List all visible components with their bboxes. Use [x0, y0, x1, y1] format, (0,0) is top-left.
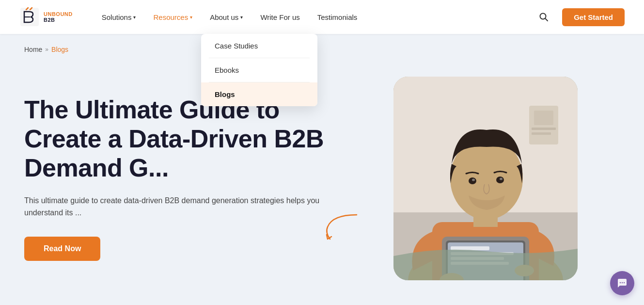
svg-rect-24 [532, 128, 556, 130]
logo-icon [19, 7, 40, 27]
search-button[interactable] [535, 8, 552, 26]
header: UNBOUND B2B Solutions ▾ Resources ▾ Abou… [0, 0, 644, 34]
breadcrumb: Home » Blogs [0, 34, 644, 61]
dropdown-item-blogs[interactable]: Blogs [201, 82, 317, 106]
main-nav: Solutions ▾ Resources ▾ About us ▾ Write… [102, 13, 535, 21]
breadcrumb-current: Blogs [51, 46, 68, 53]
header-actions: Get Started [535, 8, 625, 26]
chat-icon [616, 277, 628, 289]
dropdown-item-case-studies[interactable]: Case Studies [201, 34, 317, 58]
svg-point-12 [500, 177, 503, 180]
breadcrumb-separator: » [45, 46, 48, 53]
hero-text-block: The Ultimate Guide to Create a Data-Driv… [24, 96, 352, 261]
dropdown-item-ebooks[interactable]: Ebooks [201, 58, 317, 82]
svg-point-10 [496, 177, 504, 183]
get-started-button[interactable]: Get Started [562, 8, 625, 26]
resources-dropdown: Case Studies Ebooks Blogs [201, 34, 317, 106]
nav-resources[interactable]: Resources ▾ [153, 13, 192, 21]
hero-title: The Ultimate Guide to Create a Data-Driv… [24, 96, 332, 182]
nav-about[interactable]: About us ▾ [210, 13, 243, 21]
hero-image [393, 77, 578, 280]
read-now-button[interactable]: Read Now [24, 237, 100, 261]
hero-illustration [393, 77, 578, 280]
svg-point-27 [622, 282, 623, 283]
chevron-down-icon: ▾ [240, 15, 243, 20]
chevron-down-icon: ▾ [133, 15, 136, 20]
logo[interactable]: UNBOUND B2B [19, 7, 73, 27]
svg-point-26 [620, 282, 621, 283]
logo-text: UNBOUND B2B [44, 11, 73, 23]
breadcrumb-home[interactable]: Home [24, 46, 42, 53]
hero-image-area [352, 77, 620, 280]
nav-solutions[interactable]: Solutions ▾ [102, 13, 136, 21]
svg-point-9 [469, 177, 476, 184]
search-icon [539, 12, 549, 22]
nav-testimonials[interactable]: Testimonials [317, 13, 358, 21]
chat-widget[interactable] [610, 271, 634, 295]
hero-section: The Ultimate Guide to Create a Data-Driv… [0, 61, 644, 305]
svg-rect-25 [532, 132, 551, 135]
svg-point-28 [624, 282, 625, 283]
nav-write-for-us[interactable]: Write For us [260, 13, 299, 21]
chevron-down-icon: ▾ [190, 15, 192, 20]
arrow-decoration [323, 212, 361, 241]
svg-rect-23 [534, 111, 553, 125]
hero-description: This ultimate guide to create data-drive… [24, 194, 332, 219]
svg-point-11 [472, 178, 475, 181]
main-content: Home » Blogs The Ultimate Guide to Creat… [0, 34, 644, 305]
